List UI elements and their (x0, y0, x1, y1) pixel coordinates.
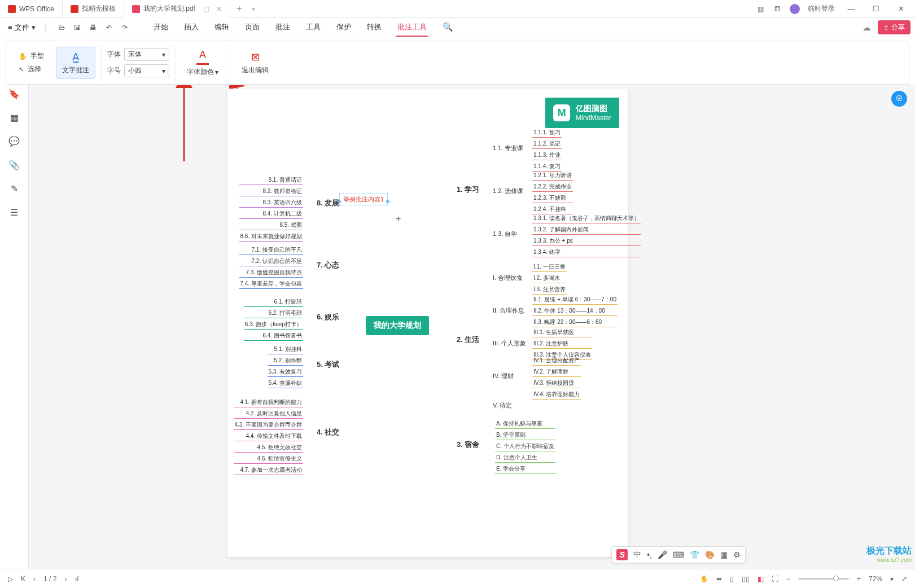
leaf-list: 5.1. 别挂科5.2. 别作弊5.3. 有效复习5.4. 查漏补缺 (268, 345, 303, 388)
tab-menu-icon[interactable]: ▢ (203, 5, 209, 13)
open-icon[interactable]: 🗁 (56, 23, 67, 33)
save-icon[interactable]: 🖫 (72, 23, 82, 33)
first-icon[interactable]: K (21, 575, 25, 583)
ime-lang[interactable]: 中 (633, 550, 641, 560)
ime-emoji-icon[interactable]: 👕 (690, 550, 699, 559)
leaf: 1.2.2. 完成作业 (532, 182, 573, 192)
hand-view-icon[interactable]: ✋ (700, 575, 708, 583)
fit-width-icon[interactable]: ⬌ (716, 575, 722, 583)
sub-label: 1.3. 自学 (493, 230, 517, 238)
bookmark-icon[interactable]: 🔖 (8, 88, 20, 99)
cloud-icon[interactable]: ☁ (863, 23, 871, 33)
font-color-button[interactable]: A 字体颜色▾ (181, 46, 224, 79)
maximize-button[interactable]: ☐ (868, 5, 885, 13)
zoom-dropdown-icon[interactable]: ▾ (890, 575, 894, 583)
tab-document[interactable]: 我的大学规划.pdf ▢ ✕ (124, 0, 230, 18)
menu-protect[interactable]: 保护 (335, 19, 352, 37)
hand-tool[interactable]: ✋手型 (19, 51, 44, 61)
leaf: 5.4. 查漏补缺 (268, 379, 303, 388)
expand-icon[interactable]: ⤢ (901, 575, 907, 583)
menu-page[interactable]: 页面 (244, 19, 261, 37)
avatar[interactable] (790, 4, 800, 14)
layout-icon[interactable]: ▥ (756, 5, 765, 14)
ime-toolbar[interactable]: S 中 •, 🎤 ⌨ 👕 🎨 ▦ ⚙ (611, 546, 746, 563)
thumbnail-icon[interactable]: ▦ (8, 112, 20, 123)
ime-skin-icon[interactable]: 🎨 (705, 550, 715, 559)
attachment-icon[interactable]: 📎 (8, 159, 20, 170)
leaf: 7.4. 尊重差异，学会包容 (239, 279, 303, 289)
zoom-out-icon[interactable]: − (786, 575, 790, 583)
menu-annotate-tools[interactable]: 批注工具 (396, 19, 428, 37)
zoom-value[interactable]: 72% (869, 575, 882, 583)
close-button[interactable]: ✕ (892, 5, 909, 13)
leaf: II.1. 晨练 + 早读 6：30——7：00 (532, 295, 618, 305)
chevron-down-icon: ▾ (32, 23, 36, 32)
ime-toolbox-icon[interactable]: ▦ (720, 550, 728, 559)
menu-insert[interactable]: 插入 (183, 19, 200, 37)
ime-punct-icon[interactable]: •, (647, 550, 652, 559)
leaf-list: III.1. 生病早就医III.2. 注意护肤III.3. 注意个人仪容仪表 (532, 328, 592, 360)
menu-edit[interactable]: 编辑 (213, 19, 230, 37)
cube-icon[interactable]: ⚃ (773, 5, 782, 14)
file-menu[interactable]: ≡ 文件 ▾ (5, 20, 39, 35)
close-icon[interactable]: ✕ (216, 5, 222, 13)
leaf: 7.1. 接受自己的平凡 (239, 245, 303, 255)
document-area[interactable]: ⦿ M 亿图脑图 MindMaster 我的大学规划 举例批注内容1 8. 发展… (28, 85, 915, 569)
site-watermark: 极光下载站 www.xz7.com (866, 545, 912, 563)
tab-templates[interactable]: 找稻壳模板 (63, 0, 124, 18)
leaf-list: 6.1. 打篮球6.2. 打羽毛球6.3. 跑步（keep打卡）6.4. 图书馆… (244, 297, 303, 341)
fullscreen-icon[interactable]: ⛶ (772, 575, 778, 583)
login-label[interactable]: 临时登录 (808, 4, 835, 14)
leaf: 1.3.1. 读名著（鬼谷子，高情商聊天术等） (532, 214, 641, 223)
leaf: C. 个人行为不影响宿友 (495, 442, 555, 451)
statusbar: ▷ K ‹ 1 / 2 › ›I ✋ ⬌ ▯ ▯▯ ◧ ⛶ − + 72% ▾ … (0, 569, 915, 588)
branch-label: 8. 发展 (317, 198, 339, 208)
print-icon[interactable]: 🖶 (88, 23, 98, 33)
comment-icon[interactable]: 💬 (8, 135, 20, 147)
sub-label: I. 合理饮食 (493, 274, 523, 282)
zoom-slider[interactable] (798, 578, 849, 580)
undo-icon[interactable]: ↶ (104, 23, 114, 33)
ime-voice-icon[interactable]: 🎤 (658, 550, 667, 559)
leaf-list: 4.1. 拥有自我判断的能力4.2. 及时回复他人信息4.3. 不要因为要合群而… (234, 398, 303, 475)
last-icon[interactable]: ›I (75, 575, 78, 583)
prev-page-icon[interactable]: ‹ (33, 575, 36, 583)
next-page-icon[interactable]: › (64, 575, 67, 583)
menu-start[interactable]: 开始 (152, 19, 169, 37)
search-icon[interactable]: 🔍 (441, 19, 454, 37)
ribbon: ✋手型 ↖选择 A̲ 文字批注 字体 宋体▾ 字号 小四▾ A 字体颜色▾ ⊠ … (6, 41, 909, 85)
leaf: 8.1. 普通话证 (239, 175, 303, 185)
tab-dropdown-icon[interactable]: ▾ (252, 5, 255, 13)
menu-comment[interactable]: 批注 (274, 19, 291, 37)
single-page-icon[interactable]: ▯ (730, 575, 734, 583)
minimize-button[interactable]: — (843, 5, 860, 13)
redo-icon[interactable]: ↷ (120, 23, 130, 33)
tools-icon[interactable]: ◧ (758, 575, 764, 583)
first-page-icon[interactable]: ▷ (8, 575, 13, 583)
layers-icon[interactable]: ☰ (8, 207, 20, 218)
leaf: 1.3.3. 办公 + ps (532, 236, 641, 246)
select-tool[interactable]: ↖选择 (19, 64, 44, 74)
signature-icon[interactable]: ✎ (8, 183, 20, 194)
continuous-icon[interactable]: ▯▯ (742, 575, 750, 583)
ime-settings-icon[interactable]: ⚙ (733, 550, 741, 559)
add-tab-button[interactable]: ＋ (230, 3, 248, 15)
text-annotation-button[interactable]: A̲ 文字批注 (56, 47, 95, 79)
ime-keyboard-icon[interactable]: ⌨ (673, 550, 684, 559)
size-select[interactable]: 小四▾ (124, 64, 169, 77)
tab-label: 找稻壳模板 (82, 4, 116, 14)
page-indicator[interactable]: 1 / 2 (43, 575, 56, 583)
menu-tools[interactable]: 工具 (305, 19, 322, 37)
leaf-list: II.1. 晨练 + 早读 6：30——7：00II.2. 午休 13：00——… (532, 295, 618, 327)
tab-wps-office[interactable]: WPS Office (0, 0, 63, 18)
ribbon-group-text: A̲ 文字批注 (50, 45, 102, 81)
share-button[interactable]: ⇪ 分享 (878, 20, 910, 34)
annotation-textbox[interactable]: 举例批注内容1 (339, 194, 388, 205)
font-select[interactable]: 宋体▾ (124, 48, 169, 61)
menu-convert[interactable]: 转换 (366, 19, 383, 37)
zoom-in-icon[interactable]: + (857, 575, 861, 583)
exit-edit-button[interactable]: ⊠ 退出编辑 (236, 49, 274, 77)
floating-action-button[interactable]: ⦿ (891, 91, 907, 107)
pdf-icon (132, 5, 140, 13)
template-icon (71, 5, 78, 13)
